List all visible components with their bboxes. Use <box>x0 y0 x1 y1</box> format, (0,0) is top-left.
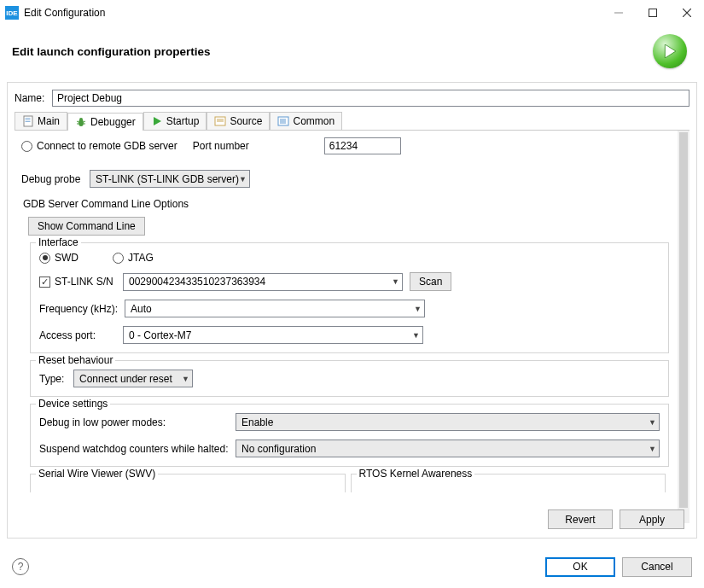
scrollbar-thumb[interactable] <box>679 132 688 508</box>
debugger-tab-body: Connect to remote GDB server Port number… <box>15 131 689 523</box>
tab-source[interactable]: Source <box>207 112 270 130</box>
config-panel: Name: Main Debugger Startup Source Commo… <box>7 82 697 539</box>
reset-type-label: Type: <box>39 373 68 385</box>
reset-type-value: Connect under reset <box>79 373 172 385</box>
tab-main[interactable]: Main <box>15 112 67 130</box>
play-icon <box>664 44 676 58</box>
chevron-down-icon: ▼ <box>412 331 420 340</box>
tab-bar: Main Debugger Startup Source Common <box>15 112 689 131</box>
radio-icon <box>21 141 32 152</box>
close-button[interactable] <box>670 0 704 26</box>
jtag-radio[interactable]: JTAG <box>113 252 154 264</box>
reset-fieldset: Reset behaviour Type: Connect under rese… <box>30 360 669 397</box>
connect-remote-label: Connect to remote GDB server <box>37 140 177 152</box>
radio-icon <box>113 253 124 264</box>
debug-probe-select[interactable]: ST-LINK (ST-LINK GDB server) ▼ <box>90 170 250 188</box>
frequency-select[interactable]: Auto ▼ <box>125 300 425 317</box>
svg-line-12 <box>84 121 85 122</box>
tab-debugger[interactable]: Debugger <box>67 113 143 131</box>
gdb-options-title: GDB Server Command Line Options <box>18 195 669 212</box>
chevron-down-icon: ▼ <box>392 277 399 286</box>
svg-rect-8 <box>26 121 31 122</box>
tab-startup[interactable]: Startup <box>143 112 207 130</box>
svg-rect-7 <box>26 119 31 120</box>
help-button[interactable]: ? <box>12 558 29 575</box>
svg-rect-6 <box>26 118 31 119</box>
debug-probe-value: ST-LINK (ST-LINK GDB server) <box>96 173 239 185</box>
low-power-value: Enable <box>241 416 273 428</box>
ok-button[interactable]: OK <box>545 557 615 577</box>
frequency-label: Frequency (kHz): <box>39 303 118 315</box>
run-button[interactable] <box>653 34 687 68</box>
window-title: Edit Configuration <box>24 7 602 19</box>
access-port-label: Access port: <box>39 329 116 341</box>
reset-type-select[interactable]: Connect under reset ▼ <box>73 370 193 387</box>
chevron-down-icon: ▼ <box>649 418 656 427</box>
connect-remote-radio[interactable]: Connect to remote GDB server <box>21 140 177 152</box>
maximize-button[interactable] <box>636 0 670 26</box>
cancel-button[interactable]: Cancel <box>622 557 692 577</box>
device-legend: Device settings <box>36 398 110 410</box>
tab-label: Debugger <box>90 116 136 128</box>
chevron-down-icon: ▼ <box>182 375 189 383</box>
watchdog-value: No configuration <box>241 443 316 455</box>
dialog-heading: Edit launch configuration properties <box>12 45 211 58</box>
stlink-sn-checkbox[interactable]: ST-LINK S/N <box>39 276 116 288</box>
list-icon <box>277 115 289 127</box>
dialog-header: Edit launch configuration properties <box>0 26 704 77</box>
app-icon: IDE <box>5 6 19 20</box>
chevron-down-icon: ▼ <box>239 175 247 183</box>
scan-button[interactable]: Scan <box>410 272 451 291</box>
access-port-value: 0 - Cortex-M7 <box>129 329 191 341</box>
apply-button[interactable]: Apply <box>620 509 684 529</box>
name-input[interactable] <box>52 90 689 107</box>
port-number-label: Port number <box>193 140 249 152</box>
panel-buttons: Revert Apply <box>15 503 689 538</box>
chevron-down-icon: ▼ <box>414 305 422 313</box>
svg-line-11 <box>77 121 79 122</box>
rtos-legend: RTOS Kernel Awareness <box>357 468 475 480</box>
swv-legend: Serial Wire Viewer (SWV) <box>36 468 158 480</box>
chevron-down-icon: ▼ <box>649 445 656 453</box>
tab-common[interactable]: Common <box>270 112 342 130</box>
dialog-footer: ? OK Cancel <box>0 550 704 588</box>
svg-marker-4 <box>665 44 676 58</box>
interface-legend: Interface <box>36 236 81 248</box>
radio-icon <box>39 253 50 264</box>
port-number-input[interactable] <box>324 137 401 154</box>
show-command-line-button[interactable]: Show Command Line <box>28 217 145 236</box>
bug-icon <box>75 116 87 128</box>
svg-rect-1 <box>649 9 657 17</box>
document-icon <box>22 115 34 127</box>
watchdog-label: Suspend watchdog counters while halted: <box>39 443 229 455</box>
low-power-select[interactable]: Enable ▼ <box>236 413 660 431</box>
source-icon <box>214 115 226 127</box>
minimize-button[interactable] <box>602 0 636 26</box>
tab-label: Common <box>293 115 335 127</box>
tab-label: Startup <box>166 115 200 127</box>
svg-point-10 <box>79 118 83 121</box>
frequency-value: Auto <box>131 303 152 315</box>
revert-button[interactable]: Revert <box>548 509 613 529</box>
low-power-label: Debug in low power modes: <box>39 416 229 428</box>
tab-label: Main <box>38 115 60 127</box>
device-fieldset: Device settings Debug in low power modes… <box>30 404 669 467</box>
interface-fieldset: Interface SWD JTAG ST-LINK S/N <box>30 242 669 353</box>
tab-label: Source <box>230 115 262 127</box>
stlink-sn-select[interactable]: 0029004234335102373​63934 ▼ <box>123 273 403 291</box>
stlink-sn-value: 0029004234335102373​63934 <box>129 276 265 288</box>
rtos-fieldset: RTOS Kernel Awareness <box>351 474 666 492</box>
scrollbar[interactable] <box>678 131 689 523</box>
help-icon: ? <box>18 561 24 573</box>
checkbox-icon <box>39 277 50 288</box>
swd-radio[interactable]: SWD <box>39 252 79 264</box>
reset-legend: Reset behaviour <box>36 354 115 366</box>
watchdog-select[interactable]: No configuration ▼ <box>236 440 660 457</box>
titlebar: IDE Edit Configuration <box>0 0 704 26</box>
debug-probe-label: Debug probe <box>21 173 81 185</box>
access-port-select[interactable]: 0 - Cortex-M7 ▼ <box>123 326 423 344</box>
swv-fieldset: Serial Wire Viewer (SWV) <box>30 474 346 492</box>
play-small-icon <box>151 115 163 127</box>
name-label: Name: <box>15 92 47 104</box>
svg-marker-15 <box>154 117 161 125</box>
